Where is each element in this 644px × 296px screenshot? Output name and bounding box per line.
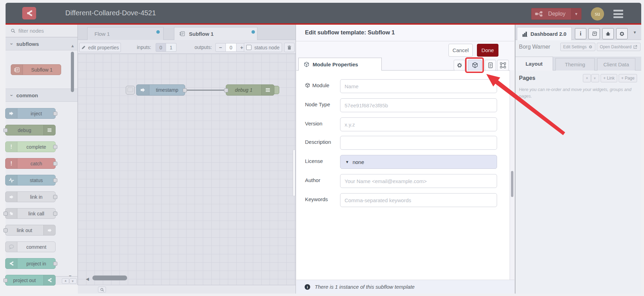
help-tab-button[interactable] [588,28,600,39]
field-label-text: Module [312,82,329,88]
output-port [53,212,57,216]
delete-subflow-button[interactable] [284,43,295,52]
main-menu-button[interactable] [613,10,623,18]
palette-node-label: catch [17,158,55,168]
tab-subflow-1[interactable]: Subflow 1 [174,27,257,40]
palette-node-link-call[interactable]: link call [5,208,56,219]
external-link-icon [633,45,637,49]
edit-settings-button[interactable]: Edit Settings [560,43,595,51]
tab-client-data[interactable]: Client Data [597,58,635,71]
category-label: common [16,92,38,98]
palette-scroll-up-arrow[interactable]: ▲ [71,43,75,48]
license-dropdown[interactable]: ▼ none [340,155,497,169]
node-red-icon [43,275,55,285]
palette-node-project-out[interactable]: project out [5,275,56,286]
canvas-vertical-scrollbar[interactable] [293,149,295,196]
appearance-tab-button[interactable] [497,60,509,71]
outputs-count[interactable]: 0 [226,43,236,52]
license-value: none [353,159,364,165]
tab-flow-1[interactable]: Flow 1 [87,27,164,40]
node-debug-1[interactable]: debug 1 [226,84,274,96]
move-down-button[interactable]: » [591,74,599,82]
outputs-minus-button[interactable]: − [215,43,226,52]
palette-node-catch[interactable]: ! catch [5,158,56,169]
description-tab-button[interactable] [485,60,496,71]
palette-node-status[interactable]: status [5,175,56,186]
done-button[interactable]: Done [477,44,498,57]
module-input[interactable] [340,79,497,93]
button-label: Done [481,47,494,53]
license-field-label: License [305,158,323,164]
add-link-button[interactable]: + Link [601,74,617,82]
palette-node-project-in[interactable]: project in [5,258,56,269]
edit-properties-tab-button[interactable] [454,60,465,71]
inputs-label: inputs: [137,44,151,50]
inputs-1-button[interactable]: 1 [166,43,176,52]
palette-node-debug[interactable]: debug [5,125,56,135]
inputs-0-button[interactable]: 0 [156,43,166,52]
palette-category-common[interactable]: › common [6,89,77,102]
move-up-button[interactable]: » [583,74,591,82]
module-properties-tab-button[interactable] [468,60,482,71]
palette-node-inject[interactable]: inject [5,108,56,119]
tray-footer: i There is 1 instance of this subflow te… [296,280,514,294]
deploy-dropdown-caret[interactable]: ▼ [571,8,581,19]
exclamation-icon: ! [6,142,17,152]
project-name: Borg Warner [519,44,550,50]
tab-theming[interactable]: Theming [555,58,595,71]
palette-category-subflows[interactable]: › subflows [6,37,77,50]
config-tab-button[interactable] [616,28,628,39]
keywords-input[interactable] [340,193,497,207]
outputs-label: outputs: [195,44,212,50]
palette-node-link-in[interactable]: link in [5,191,56,202]
cancel-button[interactable]: Cancel [448,44,473,57]
palette-scrollbar[interactable] [71,52,74,92]
inject-button-stub[interactable] [126,86,135,94]
canvas-scroll-left-arrow[interactable]: ◀ [86,277,89,281]
tab-dashboard-2[interactable]: Dashboard 2.0 [517,27,572,40]
collapse-categories-button[interactable]: » [62,278,69,284]
description-input[interactable] [340,136,497,150]
author-input[interactable] [340,174,497,188]
status-node-toggle[interactable]: status node [244,43,282,52]
tab-label: Module Properties [313,61,358,67]
output-port[interactable] [183,88,187,92]
palette-node-complete[interactable]: ! complete [5,141,56,152]
minus-icon: − [219,44,222,50]
value-label: 0 [230,45,232,50]
button-label: Edit Settings [563,44,586,49]
edit-properties-button[interactable]: edit properties [79,43,121,52]
tab-layout[interactable]: Layout [515,57,553,71]
node-timestamp[interactable]: timestamp [136,84,185,96]
user-avatar[interactable]: su [591,7,604,20]
palette-node-comment[interactable]: comment [5,241,56,252]
info-tab-button[interactable]: i [575,28,586,39]
palette-node-link-out[interactable]: link out [5,225,56,236]
node-type-input[interactable] [340,98,497,112]
palette-node-label: Subflow 1 [23,65,61,75]
canvas-zoom-button[interactable] [98,287,106,293]
deploy-button[interactable]: Deploy ▼ [531,8,581,20]
wire[interactable] [186,90,227,91]
debug-tab-button[interactable] [602,28,614,39]
add-page-button[interactable]: + Page [619,74,637,82]
tray-header: Edit subflow template: Subflow 1 [296,25,514,41]
canvas-horizontal-scrollbar[interactable] [92,276,127,280]
expand-categories-button[interactable]: » [69,278,77,284]
input-port[interactable] [224,88,228,92]
info-icon: i [580,31,581,37]
tab-module-properties[interactable]: Module Properties [298,58,382,71]
button-label: 0 [159,45,162,50]
open-dashboard-button[interactable]: Open Dashboard [597,43,641,51]
tray-scrollbar[interactable] [511,171,513,197]
input-port [3,278,8,282]
button-label: Cancel [453,47,469,53]
palette-node-subflow1[interactable]: Subflow 1 [11,64,61,75]
magnifier-icon [100,288,104,292]
node-type-field-label: Node Type [305,101,330,107]
version-input[interactable] [340,117,497,131]
tray-title: Edit subflow template: Subflow 1 [305,29,395,36]
sidebar-tabs-caret[interactable]: ▼ [633,30,637,34]
palette-search[interactable]: filter nodes [6,25,77,37]
inject-button-hatch [127,88,133,92]
